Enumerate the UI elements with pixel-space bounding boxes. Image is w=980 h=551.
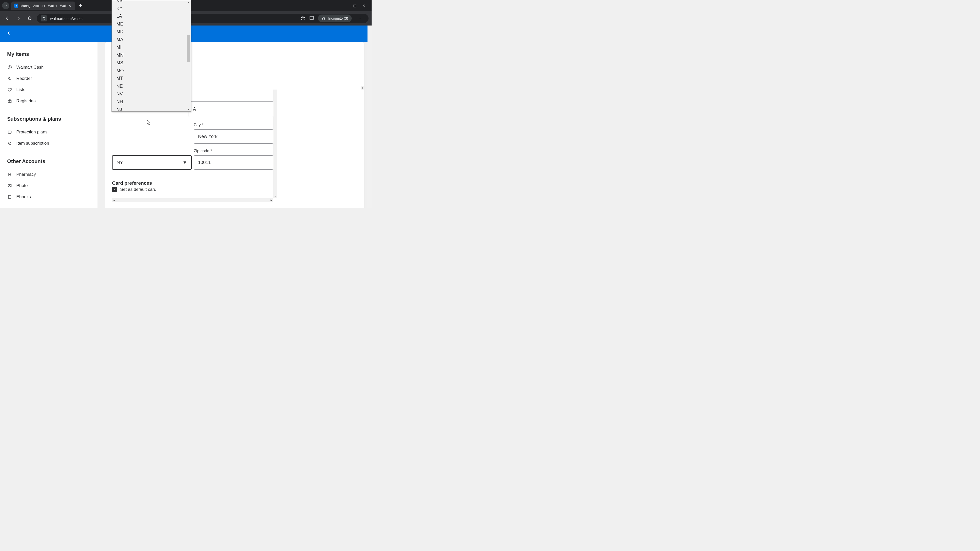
incognito-icon bbox=[321, 16, 326, 21]
url-text: walmart.com/wallet bbox=[50, 16, 83, 21]
sidebar-item-pharmacy[interactable]: Pharmacy bbox=[7, 169, 90, 180]
sidebar-item-label: Reorder bbox=[16, 76, 32, 81]
inner-scroll-track[interactable] bbox=[273, 89, 277, 196]
dropdown-option-nv[interactable]: NV bbox=[112, 90, 191, 98]
browser-menu-button[interactable]: ⋮ bbox=[356, 16, 364, 21]
svg-rect-2 bbox=[310, 16, 313, 19]
sidebar-item-label: Ebooks bbox=[16, 194, 31, 200]
hscroll-right-arrow[interactable]: ▶ bbox=[269, 198, 273, 202]
app-back-button[interactable] bbox=[6, 30, 11, 37]
reload-icon bbox=[27, 16, 32, 21]
zip-input[interactable] bbox=[194, 156, 273, 170]
walmart-favicon: ✶ bbox=[14, 3, 18, 8]
sidebar-item-lists[interactable]: Lists bbox=[7, 84, 90, 95]
tab-title: Manage Account - Wallet - Wal bbox=[21, 4, 66, 8]
dropdown-option-la[interactable]: LA bbox=[112, 12, 191, 20]
svg-rect-8 bbox=[8, 131, 11, 133]
hscroll-track[interactable] bbox=[116, 198, 269, 202]
sidebar-item-label: Registries bbox=[16, 98, 36, 103]
sidebar-section-my-items: My items bbox=[7, 51, 90, 57]
sidebar-item-label: Walmart Cash bbox=[16, 65, 44, 70]
dropdown-option-ky[interactable]: KY bbox=[112, 5, 191, 13]
incognito-badge[interactable]: Incognito (3) bbox=[318, 14, 352, 22]
sidebar-item-label: Pharmacy bbox=[16, 172, 36, 177]
photo-icon bbox=[7, 183, 12, 188]
side-panel-button[interactable] bbox=[309, 16, 314, 21]
chevron-down-icon bbox=[4, 4, 7, 7]
dropdown-scrollbar[interactable]: ▲ ▼ bbox=[186, 0, 191, 111]
window-controls: — ▢ ✕ bbox=[343, 3, 369, 8]
dropdown-option-ks[interactable]: KS bbox=[112, 0, 191, 5]
url-actions: Incognito (3) ⋮ bbox=[301, 14, 364, 22]
field-zip: Zip code * bbox=[194, 149, 273, 170]
chevron-left-icon bbox=[6, 30, 11, 36]
scroll-up-arrow[interactable]: ▲ bbox=[361, 86, 364, 89]
new-tab-button[interactable]: + bbox=[77, 2, 84, 9]
dropdown-option-me[interactable]: ME bbox=[112, 20, 191, 28]
sidebar-item-protection-plans[interactable]: Protection plans bbox=[7, 127, 90, 138]
dropdown-option-ma[interactable]: MA bbox=[112, 36, 191, 44]
caret-down-icon: ▼ bbox=[183, 160, 187, 165]
dropdown-option-mi[interactable]: MI bbox=[112, 43, 191, 51]
sidebar-item-item-subscription[interactable]: Item subscription bbox=[7, 138, 90, 149]
dropdown-option-nh[interactable]: NH bbox=[112, 98, 191, 106]
arrow-right-icon bbox=[16, 16, 21, 21]
sidebar-item-registries[interactable]: Registries bbox=[7, 95, 90, 106]
svg-text:$: $ bbox=[9, 66, 11, 69]
dropdown-option-mo[interactable]: MO bbox=[112, 67, 191, 75]
sidebar-item-ebooks[interactable]: Ebooks bbox=[7, 191, 90, 203]
sidebar-item-label: Protection plans bbox=[16, 130, 48, 135]
minimize-button[interactable]: — bbox=[343, 3, 347, 8]
sidebar-section-other-accounts: Other Accounts bbox=[7, 159, 90, 164]
dropdown-option-ne[interactable]: NE bbox=[112, 83, 191, 90]
sidebar-item-label: Item subscription bbox=[16, 141, 49, 146]
incognito-label: Incognito (3) bbox=[328, 16, 348, 21]
browser-tab[interactable]: ✶ Manage Account - Wallet - Wal ✕ bbox=[11, 2, 75, 10]
maximize-button[interactable]: ▢ bbox=[353, 3, 356, 8]
sidebar-section-subscriptions: Subscriptions & plans bbox=[7, 116, 90, 122]
sidebar: My items $ Walmart Cash Reorder Lists Re… bbox=[0, 42, 97, 208]
state-dropdown-list[interactable]: KSKYLAMEMDMAMIMNMSMOMTNENVNHNJNMNY bbox=[112, 0, 191, 111]
hscroll-left-arrow[interactable]: ◀ bbox=[112, 198, 116, 202]
heart-icon bbox=[7, 87, 12, 92]
sidebar-item-photo[interactable]: Photo bbox=[7, 180, 90, 191]
dropdown-option-nj[interactable]: NJ bbox=[112, 106, 191, 111]
sidebar-item-reorder[interactable]: Reorder bbox=[7, 73, 90, 84]
dropdown-option-ms[interactable]: MS bbox=[112, 59, 191, 67]
sidebar-item-walmart-cash[interactable]: $ Walmart Cash bbox=[7, 62, 90, 73]
svg-rect-15 bbox=[8, 195, 11, 198]
dropdown-option-mn[interactable]: MN bbox=[112, 51, 191, 59]
partial-input[interactable] bbox=[189, 101, 273, 117]
sidebar-item-label: Photo bbox=[16, 183, 27, 188]
default-card-checkbox[interactable]: ✓ bbox=[112, 187, 117, 192]
state-select-value: NY bbox=[117, 160, 123, 165]
address-bar[interactable]: walmart.com/wallet Incognito (3) ⋮ bbox=[37, 14, 369, 23]
forward-button[interactable] bbox=[14, 14, 22, 22]
field-city: City * bbox=[194, 123, 273, 144]
city-input[interactable] bbox=[194, 129, 273, 144]
dropdown-scroll-up[interactable]: ▲ bbox=[186, 0, 191, 4]
state-select[interactable]: NY ▼ bbox=[112, 156, 192, 170]
reorder-icon bbox=[7, 76, 12, 81]
page-scrollbar[interactable] bbox=[368, 25, 372, 208]
dropdown-scroll-thumb[interactable] bbox=[187, 35, 190, 62]
svg-point-0 bbox=[43, 17, 44, 18]
dropdown-option-md[interactable]: MD bbox=[112, 28, 191, 36]
bookmark-button[interactable] bbox=[301, 16, 305, 21]
default-card-label: Set as default card bbox=[120, 187, 156, 192]
panel-icon bbox=[309, 16, 314, 20]
dropdown-option-mt[interactable]: MT bbox=[112, 75, 191, 83]
close-tab-button[interactable]: ✕ bbox=[68, 3, 72, 8]
site-info-button[interactable] bbox=[41, 15, 47, 21]
refresh-icon bbox=[7, 141, 12, 146]
city-label: City * bbox=[194, 123, 273, 127]
shield-icon bbox=[7, 130, 12, 135]
back-button[interactable] bbox=[3, 14, 11, 22]
close-window-button[interactable]: ✕ bbox=[363, 3, 366, 8]
reload-button[interactable] bbox=[25, 14, 34, 22]
dropdown-scroll-down[interactable]: ▼ bbox=[186, 107, 191, 111]
horizontal-scrollbar[interactable]: ◀ ▶ bbox=[112, 198, 273, 202]
arrow-left-icon bbox=[5, 16, 10, 21]
tab-search-button[interactable] bbox=[2, 2, 9, 9]
scroll-down-arrow[interactable]: ▼ bbox=[273, 195, 277, 198]
